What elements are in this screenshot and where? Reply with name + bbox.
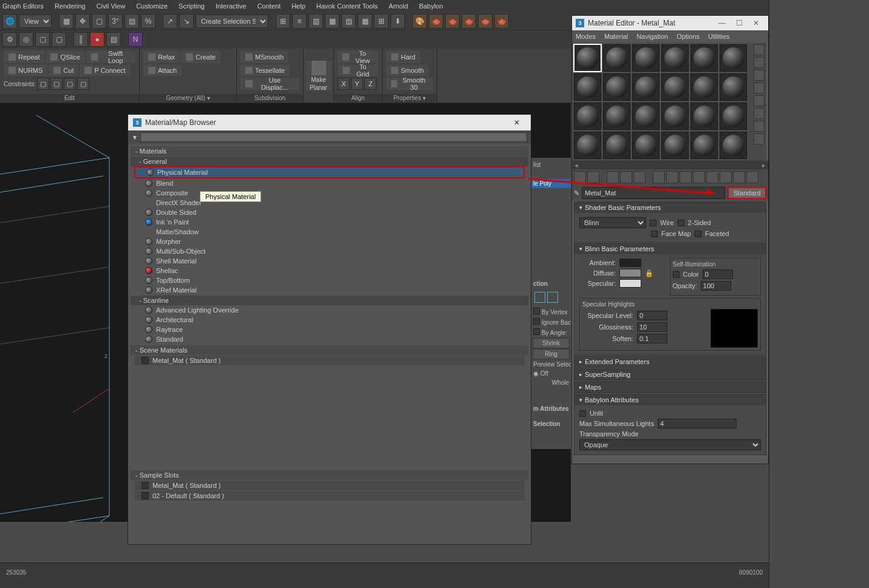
- me-tool[interactable]: [733, 171, 745, 183]
- me-tool[interactable]: [706, 171, 718, 183]
- dropdown-icon[interactable]: ▼: [132, 134, 138, 141]
- transparency-dropdown[interactable]: Opaque: [579, 439, 761, 450]
- material-item-physical[interactable]: Physical Material: [134, 166, 525, 178]
- me-tool[interactable]: [574, 171, 586, 183]
- minimize-icon[interactable]: —: [714, 18, 731, 29]
- teapot-icon[interactable]: 🫖: [429, 14, 443, 29]
- sample-slot[interactable]: [690, 103, 718, 130]
- soften-spinner[interactable]: [637, 334, 667, 343]
- axis-y-button[interactable]: Y: [351, 78, 363, 90]
- tool-btn[interactable]: ▥: [308, 14, 323, 29]
- twosided-checkbox[interactable]: [678, 220, 684, 226]
- constraint-btn[interactable]: ▢: [50, 78, 63, 90]
- menu-item[interactable]: Graph Editors: [2, 2, 44, 10]
- close-icon[interactable]: ✕: [508, 117, 526, 129]
- material-item[interactable]: Ink 'n Paint: [134, 217, 525, 227]
- msmooth-button[interactable]: MSmooth: [240, 51, 288, 63]
- material-item[interactable]: DirectX Shader: [134, 198, 525, 208]
- me-tool[interactable]: [693, 171, 705, 183]
- label[interactable]: By Angle:: [531, 327, 571, 337]
- group-title[interactable]: Properties ▾: [383, 94, 437, 102]
- subcategory-general[interactable]: General: [131, 157, 528, 166]
- togrid-button[interactable]: To Grid: [338, 64, 378, 76]
- category-sample-slots[interactable]: Sample Slots: [131, 470, 528, 480]
- menu-item[interactable]: Modes: [576, 33, 596, 40]
- me-tool[interactable]: [620, 171, 632, 183]
- tool-btn[interactable]: ⊞: [276, 14, 290, 29]
- rollout-header[interactable]: Blinn Basic Parameters: [574, 243, 766, 254]
- menu-item[interactable]: Arnold: [389, 2, 408, 10]
- wire-checkbox[interactable]: [650, 220, 656, 226]
- sample-slot-item[interactable]: Metal_Mat ( Standard ): [134, 481, 525, 490]
- tool-btn[interactable]: ▤: [124, 14, 139, 29]
- usedisplace-button[interactable]: Use Displac...: [240, 78, 299, 90]
- rollout-header[interactable]: Extended Parameters: [574, 356, 766, 367]
- teapot-icon[interactable]: 🫖: [445, 14, 460, 29]
- tool-btn[interactable]: ⊞: [374, 14, 389, 29]
- material-item[interactable]: Shell Material: [134, 256, 525, 266]
- menu-item[interactable]: Utilities: [708, 33, 729, 40]
- tool-btn[interactable]: ▦: [358, 14, 372, 29]
- me-tool[interactable]: [666, 171, 678, 183]
- color-checkbox[interactable]: [673, 271, 680, 278]
- menu-item[interactable]: Material: [604, 33, 628, 40]
- group-title[interactable]: Geometry (All) ▾: [140, 94, 236, 102]
- ambient-swatch[interactable]: [619, 259, 641, 267]
- material-type-button[interactable]: Standard: [728, 187, 766, 199]
- time-ruler[interactable]: 25 30 35 80 90 100: [0, 563, 769, 576]
- tool-btn[interactable]: ◎: [19, 32, 33, 47]
- tool-btn[interactable]: 3°: [108, 14, 123, 29]
- nurms-button[interactable]: NURMS: [4, 64, 47, 76]
- material-item[interactable]: Morpher: [134, 237, 525, 246]
- tool-btn[interactable]: ≡: [292, 14, 307, 29]
- tool-btn[interactable]: ▦: [59, 14, 73, 29]
- sample-slot[interactable]: [661, 44, 689, 72]
- material-item[interactable]: Advanced Lighting Override: [134, 305, 525, 315]
- label[interactable]: By Vertex: [531, 306, 571, 317]
- material-name-input[interactable]: [582, 187, 725, 199]
- shader-dropdown[interactable]: Blinn: [579, 217, 646, 228]
- menu-item[interactable]: Options: [676, 33, 700, 40]
- rollout-header[interactable]: Shader Basic Parameters: [574, 202, 766, 213]
- move-icon[interactable]: ✥: [75, 14, 90, 29]
- tool-btn[interactable]: ↘: [179, 14, 194, 29]
- subobj-icon[interactable]: [547, 292, 558, 303]
- sample-slot[interactable]: [690, 73, 718, 101]
- constraint-btn[interactable]: ▢: [77, 78, 89, 90]
- diffuse-swatch[interactable]: [619, 269, 641, 277]
- tool-btn[interactable]: N: [128, 32, 143, 47]
- faceted-checkbox[interactable]: [695, 231, 701, 237]
- me-tool[interactable]: [633, 171, 646, 183]
- tool-btn[interactable]: ●: [90, 32, 104, 47]
- qslice-button[interactable]: QSlice: [46, 51, 84, 63]
- sample-slot[interactable]: [632, 44, 659, 72]
- sample-slot[interactable]: [690, 44, 718, 72]
- render-icon[interactable]: 🎨: [412, 14, 427, 29]
- sample-slot[interactable]: [574, 73, 601, 101]
- cut-button[interactable]: Cut: [49, 64, 78, 76]
- make-planar-button[interactable]: Make Planar: [305, 61, 332, 91]
- sample-slot[interactable]: [603, 103, 630, 130]
- material-item[interactable]: XRef Material: [134, 285, 525, 295]
- sample-slot[interactable]: [720, 73, 747, 101]
- repeat-button[interactable]: Repeat: [4, 51, 44, 63]
- menu-item[interactable]: Civil View: [97, 2, 125, 10]
- rollout-header[interactable]: SuperSampling: [574, 369, 766, 380]
- menu-item[interactable]: Help: [291, 2, 305, 10]
- teapot-icon[interactable]: 🫖: [478, 14, 492, 29]
- relax-button[interactable]: Relax: [143, 51, 180, 63]
- material-item[interactable]: Double Sided: [134, 208, 525, 217]
- toview-button[interactable]: To View: [338, 51, 378, 63]
- sample-slot[interactable]: [632, 132, 659, 159]
- side-tool[interactable]: [754, 121, 765, 132]
- tool-btn[interactable]: ▤: [106, 32, 121, 47]
- material-item[interactable]: Composite: [134, 188, 525, 198]
- menu-item[interactable]: Scripting: [179, 2, 205, 10]
- side-tool[interactable]: [754, 57, 765, 68]
- tool-btn[interactable]: ▢: [92, 14, 106, 29]
- sample-slot[interactable]: [574, 103, 601, 130]
- material-item[interactable]: Shellac: [134, 266, 525, 275]
- side-tool[interactable]: [754, 83, 765, 93]
- teapot-icon[interactable]: 🫖: [462, 14, 476, 29]
- sample-slot[interactable]: [603, 132, 630, 159]
